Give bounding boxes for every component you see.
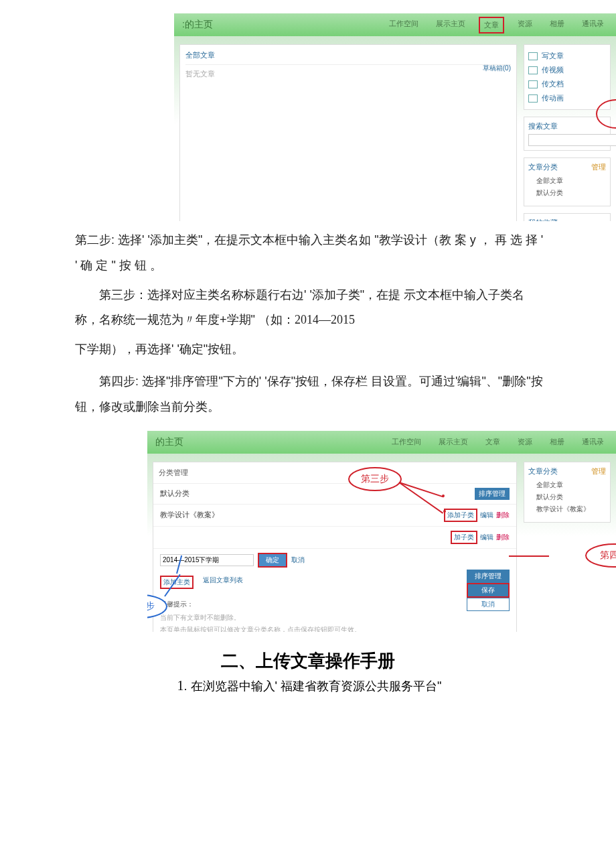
add-subcat-boxed-2[interactable]: 加子类 bbox=[451, 531, 477, 544]
ss2-header: 的主页 工作空间 展示主页 文章 资源 相册 通讯录 bbox=[147, 431, 616, 454]
tips-block: 温馨提示： 当前下有文章时不能删除。 本页单击鼠标按钮可以修改文章分类名称，点击… bbox=[153, 593, 516, 632]
cat-default[interactable]: 默认分类 bbox=[528, 187, 606, 199]
ss1-body: 全部文章 暂无文章 草稿箱(0) 写文章 传视频 传文档 传动画 搜索文章 ⌕ bbox=[174, 36, 616, 221]
nav2-article[interactable]: 文章 bbox=[481, 435, 504, 449]
screenshot-2: 的主页 工作空间 展示主页 文章 资源 相册 通讯录 分类管理 默认分类 排序管… bbox=[147, 431, 616, 632]
ss1-fav: 我的收藏 收藏文章 bbox=[524, 213, 611, 221]
delete-link-2[interactable]: 删除 bbox=[496, 533, 510, 542]
cancel-link[interactable]: 取消 bbox=[291, 555, 305, 565]
ss2-cat-all[interactable]: 全部文章 bbox=[528, 479, 606, 491]
ss2-manage[interactable]: 管理 bbox=[591, 466, 606, 476]
row-default-label: 默认分类 bbox=[160, 488, 189, 499]
write-article[interactable]: 写文章 bbox=[528, 49, 606, 63]
edit-link[interactable]: 编辑 bbox=[480, 511, 493, 520]
nav2-album[interactable]: 相册 bbox=[546, 435, 568, 449]
ss1-all-articles[interactable]: 全部文章 bbox=[185, 50, 511, 65]
upload-doc[interactable]: 传文档 bbox=[528, 77, 606, 91]
doc-icon bbox=[528, 80, 538, 88]
tips-2: 本页单击鼠标按钮可以修改文章分类名称，点击保存按钮即可生效。 bbox=[160, 624, 510, 632]
sort-panel-head: 排序管理 bbox=[467, 570, 510, 583]
ss1-categories: 文章分类 管理 全部文章 默认分类 bbox=[524, 157, 611, 206]
sort-cancel-button[interactable]: 取消 bbox=[467, 598, 510, 611]
subcat-input[interactable] bbox=[160, 554, 254, 566]
ss1-actions: 写文章 传视频 传文档 传动画 bbox=[524, 44, 611, 110]
ss2-cat-teaching[interactable]: 教学设计《教案》 bbox=[528, 503, 606, 515]
manage-link[interactable]: 管理 bbox=[591, 162, 606, 172]
step3-text-2: 下学期），再选择' '确定"按钮。 bbox=[75, 337, 544, 363]
ss2-title: 的主页 bbox=[155, 436, 388, 448]
ss1-title: :的主页 bbox=[182, 19, 385, 31]
ss1-empty: 暂无文章 bbox=[185, 69, 511, 79]
ss1-main: 全部文章 暂无文章 草稿箱(0) bbox=[179, 44, 517, 221]
upload-video[interactable]: 传视频 bbox=[528, 63, 606, 77]
sort-mgmt-btn[interactable]: 排序管理 bbox=[475, 488, 510, 500]
ss1-header: :的主页 工作空间 展示主页 文章 资源 相册 通讯录 bbox=[174, 13, 616, 36]
edit-link-2[interactable]: 编辑 bbox=[480, 533, 493, 542]
delete-link[interactable]: 删除 bbox=[496, 511, 510, 520]
ss2-categories: 文章分类 管理 全部文章 默认分类 教学设计《教案》 bbox=[524, 462, 611, 523]
back-list-link[interactable]: 返回文章列表 bbox=[203, 576, 243, 589]
callout-step3: 第三步 bbox=[348, 467, 402, 491]
section-2-heading: 二、上传文章操作手册 bbox=[0, 649, 616, 673]
ss1-nav: 工作空间 展示主页 文章 资源 相册 通讯录 bbox=[385, 17, 608, 34]
cat-mgmt-head: 分类管理 bbox=[153, 462, 516, 484]
ss2-nav: 工作空间 展示主页 文章 资源 相册 通讯录 bbox=[388, 435, 608, 449]
step2-text: 第二步: 选择' '添加主类"，在提示文本框中输入主类名如 "教学设计（教 案 … bbox=[75, 228, 544, 279]
add-subcat-boxed[interactable]: 添加子类 bbox=[444, 509, 477, 522]
section-2-sub: 1. 在浏览器中输入' 福建省教育资源公共服务平台" bbox=[0, 678, 616, 714]
ss1-search: 搜索文章 ⌕ bbox=[524, 117, 611, 151]
tips-1: 当前下有文章时不能删除。 bbox=[160, 612, 510, 624]
sort-panel: 排序管理 保存 取消 bbox=[467, 570, 510, 611]
step3-text: 第三步：选择对应主类名称标题行右边' '添加子类"，在提 示文本框中输入子类名称… bbox=[75, 283, 544, 334]
ss2-main: 分类管理 默认分类 排序管理 教学设计《教案》 添加子类 编辑 删除 bbox=[153, 462, 517, 632]
ss1-side: 写文章 传视频 传文档 传动画 搜索文章 ⌕ 文章分类 管理 bbox=[524, 44, 611, 221]
video-icon bbox=[528, 66, 538, 74]
nav-article[interactable]: 文章 bbox=[479, 17, 504, 34]
upload-anim[interactable]: 传动画 bbox=[528, 91, 606, 105]
write-icon bbox=[528, 52, 538, 60]
row-extra: 加子类 编辑 删除 bbox=[153, 527, 516, 549]
nav-resource[interactable]: 资源 bbox=[514, 17, 536, 34]
nav2-showcase[interactable]: 展示主页 bbox=[435, 435, 472, 449]
tips-head: 温馨提示： bbox=[160, 600, 510, 609]
row-teaching: 教学设计《教案》 添加子类 编辑 删除 bbox=[153, 505, 516, 527]
screenshot-1: :的主页 工作空间 展示主页 文章 资源 相册 通讯录 全部文章 暂无文章 草稿… bbox=[174, 13, 616, 221]
ss2-cat-head: 文章分类 bbox=[528, 466, 558, 476]
nav-showcase[interactable]: 展示主页 bbox=[432, 17, 469, 34]
confirm-button[interactable]: 确定 bbox=[259, 554, 286, 566]
nav2-contacts[interactable]: 通讯录 bbox=[578, 435, 608, 449]
ss1-draft[interactable]: 草稿箱(0) bbox=[483, 64, 511, 73]
sort-save-button[interactable]: 保存 bbox=[468, 584, 508, 596]
fav-head: 我的收藏 bbox=[528, 218, 606, 221]
nav-album[interactable]: 相册 bbox=[546, 17, 568, 34]
search-label: 搜索文章 bbox=[528, 121, 606, 131]
nav2-workspace[interactable]: 工作空间 bbox=[388, 435, 425, 449]
nav-workspace[interactable]: 工作空间 bbox=[385, 17, 422, 34]
cat-all[interactable]: 全部文章 bbox=[528, 175, 606, 187]
instruction-text: 第二步: 选择' '添加主类"，在提示文本框中输入主类名如 "教学设计（教 案 … bbox=[0, 221, 616, 431]
nav2-resource[interactable]: 资源 bbox=[514, 435, 536, 449]
anim-icon bbox=[528, 94, 538, 103]
row-teaching-label: 教学设计《教案》 bbox=[160, 510, 219, 520]
step4-text: 第四步: 选择"排序管理"下方的' '保存"按钮，保存栏 目设置。可通过'编辑"… bbox=[75, 369, 544, 420]
subcat-input-row: 确定 取消 bbox=[153, 549, 516, 572]
nav-contacts[interactable]: 通讯录 bbox=[578, 17, 608, 34]
cat-head-label: 文章分类 bbox=[528, 162, 558, 172]
ss2-cat-default[interactable]: 默认分类 bbox=[528, 491, 606, 503]
row-default: 默认分类 排序管理 bbox=[153, 484, 516, 505]
search-input[interactable] bbox=[528, 134, 616, 146]
